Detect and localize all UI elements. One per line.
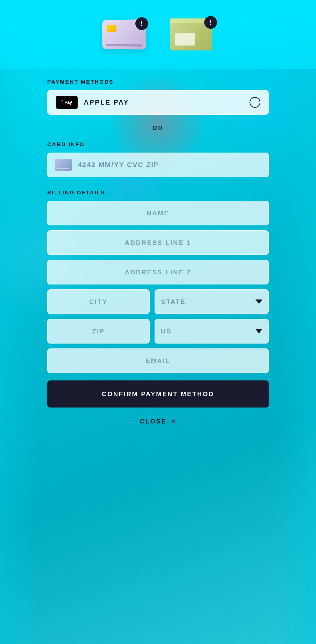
product-wrapper [102, 18, 214, 50]
address1-input[interactable] [48, 231, 268, 254]
country-chevron-icon [256, 329, 262, 334]
box-label [175, 33, 195, 46]
apple-pay-label: APPLE PAY [84, 98, 250, 106]
notification-badge-card [135, 17, 148, 30]
apple-pay-radio[interactable] [250, 97, 260, 108]
close-button[interactable]: CLOSE ✕ [47, 417, 269, 426]
card-icon [55, 159, 72, 171]
address2-input[interactable] [48, 260, 268, 284]
zip-input[interactable] [48, 320, 149, 343]
apple-pay-option[interactable]:  Pay APPLE PAY [47, 90, 269, 115]
divider-line-left [47, 128, 146, 128]
email-input[interactable] [48, 349, 268, 372]
notification-badge-box [204, 16, 217, 29]
billing-section: BILLING DETAILS STATE [47, 190, 269, 373]
hero-section [0, 0, 316, 69]
city-state-row: STATE [47, 290, 269, 314]
address1-field-wrapper[interactable] [47, 230, 269, 255]
divider-text: OR [146, 124, 170, 132]
divider-line-right [170, 128, 269, 128]
state-select[interactable]: STATE [154, 290, 269, 314]
card-stripe [106, 44, 142, 46]
apple-pay-logo-text: Pay [64, 100, 72, 105]
product-card-item [102, 20, 146, 49]
payment-methods-label: PAYMENT METHODS [47, 79, 269, 85]
billing-details-label: BILLING DETAILS [47, 190, 269, 196]
country-value: US [161, 328, 172, 335]
country-select[interactable]: US [154, 319, 269, 344]
box-body [170, 24, 212, 50]
apple-pay-logo:  Pay [56, 96, 78, 109]
name-field-wrapper[interactable] [47, 201, 269, 226]
close-icon: ✕ [170, 417, 176, 426]
confirm-button-label: CONFIRM PAYMENT METHOD [102, 390, 214, 398]
email-field-wrapper[interactable] [47, 348, 269, 373]
apple-icon:  [62, 99, 64, 106]
card-info-label: CARD INFO [47, 141, 269, 148]
confirm-payment-button[interactable]: CONFIRM PAYMENT METHOD [47, 380, 269, 408]
card-info-field[interactable]: 4242 MM/YY CVC ZIP [47, 152, 269, 177]
city-field-wrapper[interactable] [47, 290, 150, 314]
zip-field-wrapper[interactable] [47, 319, 150, 344]
left-fade-decoration [0, 0, 40, 644]
divider-row: OR [47, 124, 269, 132]
address2-field-wrapper[interactable] [47, 260, 269, 284]
right-fade-decoration [276, 0, 316, 644]
state-chevron-icon [256, 300, 262, 304]
zip-country-row: US [47, 319, 269, 344]
close-label: CLOSE [140, 418, 166, 425]
state-value: STATE [161, 298, 186, 306]
name-input[interactable] [48, 201, 268, 225]
city-input[interactable] [48, 290, 149, 314]
card-placeholder: 4242 MM/YY CVC ZIP [78, 161, 159, 169]
form-container: PAYMENT METHODS  Pay APPLE PAY OR CARD … [47, 69, 269, 455]
product-box-item [170, 18, 214, 50]
